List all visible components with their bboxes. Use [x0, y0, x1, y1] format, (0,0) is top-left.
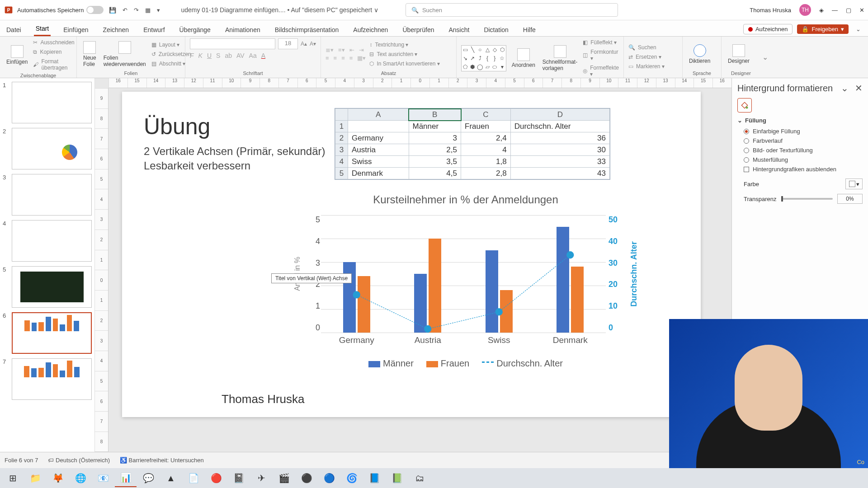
ribbon-collapse-icon[interactable]: ⌄ [760, 53, 770, 61]
bold-button[interactable]: F [190, 52, 194, 59]
fill-category-icon[interactable] [737, 98, 752, 113]
maximize-icon[interactable]: ▢ [846, 7, 851, 14]
replace-button[interactable]: ⇄ Ersetzen ▾ [628, 53, 665, 61]
pane-options-icon[interactable]: ⌄ [841, 83, 849, 94]
cell-d1[interactable]: Durchschn. Alter [510, 121, 609, 132]
opt-picture-fill[interactable]: Bild- oder Texturfüllung [737, 145, 863, 155]
tab-einfuegen[interactable]: Einfügen [61, 23, 90, 36]
slide-title[interactable]: Übung [144, 113, 210, 140]
align-center-button[interactable]: ≡ [334, 55, 337, 61]
smartart-button[interactable]: ⬡ In SmartArt konvertieren ▾ [369, 60, 439, 68]
app-9[interactable]: 📄 [183, 469, 204, 487]
cell-c1[interactable]: Frauen [461, 121, 511, 132]
opt-pattern-fill[interactable]: Musterfüllung [737, 155, 863, 164]
tab-dictation[interactable]: Dictation [482, 23, 510, 36]
col-d[interactable]: D [510, 109, 609, 121]
thumb-4[interactable] [12, 220, 92, 262]
save-icon[interactable]: 💾 [109, 7, 116, 14]
cell-a1[interactable] [348, 121, 409, 132]
color-picker[interactable]: ▾ [845, 178, 863, 189]
telegram-icon[interactable]: ✈ [250, 469, 272, 487]
word-icon[interactable]: 📘 [363, 469, 385, 487]
app-13[interactable]: 🎬 [273, 469, 295, 487]
grow-font-icon[interactable]: A▴ [301, 40, 307, 48]
legend-maenner[interactable]: Männer [368, 358, 414, 369]
align-left-button[interactable]: ≡ [326, 55, 329, 61]
opt-gradient-fill[interactable]: Farbverlauf [737, 136, 863, 145]
start-button[interactable]: ⊞ [2, 469, 24, 487]
firefox-icon[interactable]: 🦊 [47, 469, 69, 487]
qat-more-icon[interactable]: ▾ [157, 7, 160, 14]
shrink-font-icon[interactable]: A▾ [310, 40, 316, 48]
chart-title[interactable]: Kursteilnehmer in % der Anmeldungen [289, 193, 642, 206]
doc-title[interactable]: udemy 01-19 Diagramme einfügen.... • Auf… [181, 6, 378, 14]
arrange-button[interactable]: Anordnen [510, 47, 537, 69]
columns-button[interactable]: ▦▾ [357, 55, 366, 61]
numbering-button[interactable]: ≡▾ [338, 47, 345, 53]
tab-datei[interactable]: Datei [5, 23, 23, 36]
search-box[interactable]: 🔍 Suchen [406, 3, 618, 17]
reuse-slides-button[interactable]: Folien wiederverwenden [102, 40, 148, 68]
corner-cell[interactable] [335, 109, 348, 121]
explorer-icon[interactable]: 📁 [24, 469, 46, 487]
thumb-1[interactable] [12, 82, 92, 123]
opt-solid-fill[interactable]: Einfarbige Füllung [737, 127, 863, 136]
transparency-value[interactable]: 0% [837, 194, 863, 204]
copy-button[interactable]: ⧉ Kopieren [33, 48, 74, 56]
hide-bg-graphics[interactable]: Hintergrundgrafiken ausblenden [737, 164, 863, 174]
embedded-data-table[interactable]: A B C D 1 Männer Frauen Durchschn. Alter… [335, 108, 610, 180]
shadow-button[interactable]: ab [225, 52, 232, 59]
redo-icon[interactable]: ↷ [134, 7, 139, 14]
tab-aufzeichnen[interactable]: Aufzeichnen [351, 23, 390, 36]
app-16[interactable]: 🌀 [341, 469, 363, 487]
slide-subtitle-1[interactable]: 2 Vertikale Achsen (Primär, sekundär) [144, 145, 326, 158]
close-icon[interactable]: ✕ [859, 7, 864, 14]
record-button[interactable]: Aufzeichnen [743, 24, 793, 34]
font-size-select[interactable]: 18 [278, 38, 298, 49]
tab-start[interactable]: Start [34, 22, 51, 36]
thumb-6[interactable] [12, 312, 92, 354]
font-color-button[interactable]: A [261, 52, 265, 59]
chrome-icon[interactable]: 🌐 [70, 469, 91, 487]
spacing-button[interactable]: AV [236, 52, 245, 59]
italic-button[interactable]: K [198, 52, 203, 59]
user-avatar[interactable]: TH [799, 4, 811, 16]
quick-styles-button[interactable]: Schnellformat- vorlagen [541, 44, 579, 72]
designer-button[interactable]: Designer [726, 43, 751, 65]
shape-gallery[interactable]: ▭╲○△◇⬡ ↘↗⤴{}☆ ⬠⬢◯▱⬭▾ [461, 45, 506, 71]
col-a[interactable]: A [348, 109, 409, 121]
tab-uebergaenge[interactable]: Übergänge [178, 23, 212, 36]
tab-ansicht[interactable]: Ansicht [447, 23, 471, 36]
autosave-toggle[interactable] [86, 6, 104, 14]
shape-fill-button[interactable]: ◧ Fülleffekt ▾ [583, 38, 619, 47]
bullets-button[interactable]: ≣▾ [326, 47, 334, 53]
app-10[interactable]: 🔴 [205, 469, 227, 487]
tab-hilfe[interactable]: Hilfe [521, 23, 538, 36]
format-painter-button[interactable]: 🖌 Format übertragen [33, 57, 74, 72]
status-lang[interactable]: 🏷 Deutsch (Österreich) [48, 457, 110, 464]
legend-frauen[interactable]: Frauen [426, 358, 469, 369]
undo-icon[interactable]: ↶ [123, 7, 127, 14]
thumb-7[interactable] [12, 358, 92, 400]
cell-b1[interactable]: Männer [409, 121, 461, 132]
tab-zeichnen[interactable]: Zeichnen [101, 23, 131, 36]
col-b[interactable]: B [409, 109, 461, 121]
thumb-3[interactable] [12, 174, 92, 216]
select-button[interactable]: ▭ Markieren ▾ [628, 62, 665, 70]
shape-effects-button[interactable]: ◎ Formeffekte ▾ [583, 64, 619, 78]
onenote-icon[interactable]: 📓 [228, 469, 250, 487]
share-button[interactable]: 🔒Freigeben▾ [797, 24, 849, 34]
transparency-slider[interactable] [781, 198, 833, 200]
text-direction-button[interactable]: ↕ Textrichtung ▾ [369, 41, 439, 49]
indent-dec-button[interactable]: ⇤ [349, 47, 354, 53]
vlc-icon[interactable]: ▲ [160, 469, 182, 487]
tab-ueberpruefen[interactable]: Überprüfen [401, 23, 436, 36]
thumb-5[interactable] [12, 266, 92, 308]
align-text-button[interactable]: ⊟ Text ausrichten ▾ [369, 50, 439, 58]
status-accessibility[interactable]: ♿ Barrierefreiheit: Untersuchen [120, 457, 204, 464]
y-axis-secondary-label[interactable]: Durchschn. Alter [627, 215, 640, 333]
cut-button[interactable]: ✂ Ausschneiden [33, 38, 74, 47]
font-family-select[interactable] [190, 38, 275, 49]
app-7[interactable]: 💬 [137, 469, 159, 487]
slide-author[interactable]: Thomas Hruska [222, 392, 305, 406]
